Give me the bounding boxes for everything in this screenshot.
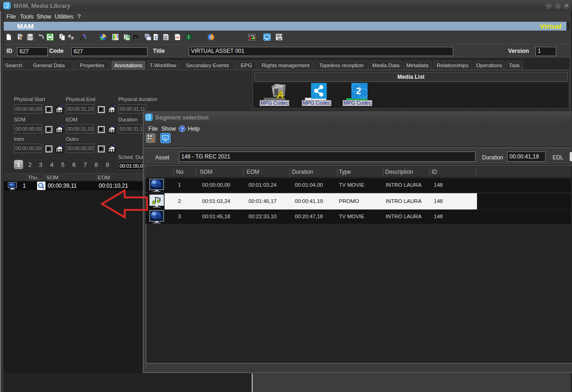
- svg-text:2: 2: [356, 86, 361, 96]
- svg-text:A: A: [276, 89, 284, 100]
- svg-text:SD: SD: [278, 38, 282, 40]
- svg-text:16:9: 16:9: [276, 34, 282, 38]
